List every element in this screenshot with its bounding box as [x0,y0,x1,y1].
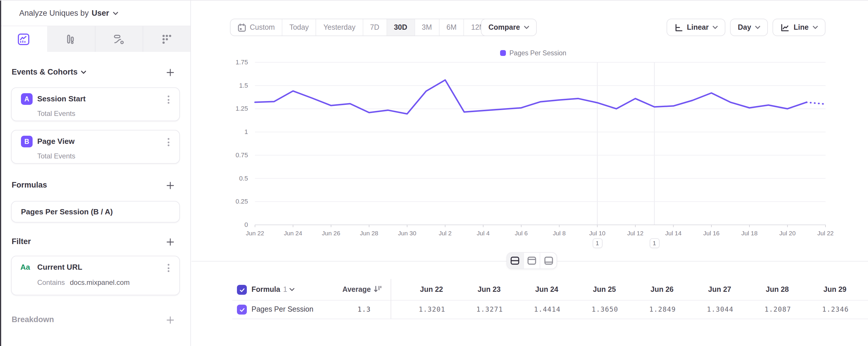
series-row-checkbox[interactable] [237,305,247,315]
tab-insights[interactable] [0,26,48,52]
series-average-value: 1.3 [308,305,371,313]
table-date-header[interactable]: Jun 26 [620,285,674,294]
event-measure[interactable]: Total Events [37,110,75,118]
events-cohorts-heading: Events & Cohorts [12,67,179,76]
formula-group-label: Formula [251,285,280,294]
annotation-marker[interactable]: 1 [649,238,659,248]
svg-text:1.5: 1.5 [239,82,248,89]
table-value-cell: 1.3044 [680,305,734,313]
svg-text:Jul 12: Jul 12 [627,230,644,236]
table-date-header[interactable]: Jun 29 [793,285,846,294]
table-date-header[interactable]: Jun 23 [447,285,501,294]
analyze-header[interactable]: Analyze Uniques by User [0,1,190,26]
filter-title: Filter [12,237,31,246]
svg-text:Jul 2: Jul 2 [439,230,452,236]
formula-card[interactable]: Pages Per Session (B / A) [11,201,180,223]
report-type-tabs [0,26,190,52]
svg-text:0: 0 [245,221,248,228]
formula-group-number: 1 [283,285,287,294]
event-title[interactable]: Page View [37,137,74,146]
kebab-menu-icon[interactable] [165,262,172,274]
table-date-header[interactable]: Jun 24 [505,285,558,294]
table-value-cell: 1.3201 [392,305,445,313]
table-date-header[interactable]: Jun 28 [735,285,789,294]
sort-icon[interactable] [374,285,382,293]
svg-text:Jul 20: Jul 20 [779,230,796,236]
svg-text:Jul 8: Jul 8 [553,230,565,236]
svg-text:Jul 18: Jul 18 [741,230,758,236]
add-event-button[interactable] [166,69,174,76]
line-chart-tab-icon [18,33,30,45]
formula-group-checkbox[interactable] [237,285,247,295]
tab-funnels[interactable] [48,26,95,52]
svg-text:1: 1 [245,128,248,136]
flows-tab-icon [113,33,125,45]
svg-text:Jul 4: Jul 4 [477,230,490,236]
event-measure[interactable]: Total Events [37,152,75,160]
table-row-divider [232,319,868,319]
svg-text:Jun 24: Jun 24 [284,230,302,236]
layout-split-view-button[interactable] [507,253,523,268]
tab-retention[interactable] [143,26,191,52]
table-value-cell: 1.3650 [565,305,618,313]
chevron-down-icon[interactable] [81,70,87,74]
series-row-label[interactable]: Pages Per Session [251,305,313,313]
breakdown-title: Breakdown [12,315,54,324]
svg-text:Jun 22: Jun 22 [246,230,264,236]
table-header-divider [232,300,868,300]
svg-text:Jul 22: Jul 22 [817,230,834,236]
filter-value[interactable]: docs.mixpanel.com [70,279,129,287]
table-value-cell: 1.4414 [507,305,561,313]
pages-per-session-line-chart[interactable]: 00.250.50.7511.251.51.75Jun 22Jun 24Jun … [191,1,868,261]
event-card-page-view[interactable]: B Page View Total Events [11,130,180,164]
svg-text:Jun 26: Jun 26 [322,230,340,236]
event-badge: B [21,136,33,147]
svg-text:Jul 16: Jul 16 [703,230,719,236]
layout-table-only-button[interactable] [540,253,557,268]
query-builder-sidebar: Analyze Uniques by User [0,1,191,346]
svg-text:1.75: 1.75 [236,59,248,66]
retention-dots-tab-icon [161,33,173,45]
events-cohorts-title: Events & Cohorts [12,67,78,76]
add-breakdown-button[interactable] [166,316,174,324]
table-value-cell: 1.3271 [450,305,503,313]
average-column-header[interactable]: Average [308,285,371,294]
table-value-cell: 1.2346 [795,305,849,313]
add-formula-button[interactable] [166,182,174,189]
filter-operator[interactable]: Contains [37,279,65,287]
chevron-down-icon [290,288,295,291]
event-badge: A [21,93,33,105]
annotation-marker[interactable]: 1 [592,238,602,248]
formula-expression[interactable]: Pages Per Session (B / A) [21,207,113,216]
kebab-menu-icon[interactable] [165,94,172,106]
svg-text:0.5: 0.5 [239,175,248,182]
event-title[interactable]: Session Start [37,94,86,103]
table-date-header[interactable]: Jun 22 [390,285,443,294]
analyze-label: Analyze Uniques by [19,9,89,18]
formula-group-header[interactable]: Formula 1 [251,285,295,294]
string-property-icon: Aa [20,263,30,271]
window-left-edge [0,1,1,346]
event-card-session-start[interactable]: A Session Start Total Events [11,87,180,121]
table-date-header[interactable]: Jun 27 [678,285,731,294]
add-filter-button[interactable] [166,238,174,246]
layout-chart-only-button[interactable] [523,253,540,268]
filter-property[interactable]: Current URL [37,263,82,271]
table-column-divider [391,279,391,319]
table-value-cell: 1.2087 [738,305,791,313]
chevron-down-icon [113,11,119,15]
layout-toggle [506,252,557,269]
filter-heading: Filter [12,237,179,246]
tab-flows[interactable] [95,26,143,52]
table-date-header[interactable]: Jun 25 [562,285,616,294]
report-main-area: CustomTodayYesterday7D30D3M6M12M Compare… [191,1,868,346]
svg-text:Jul 14: Jul 14 [665,230,681,236]
kebab-menu-icon[interactable] [165,136,172,148]
table-value-cell: 1.2849 [622,305,676,313]
analyze-value[interactable]: User [92,9,109,18]
svg-text:Jun 30: Jun 30 [398,230,416,236]
svg-text:0.75: 0.75 [236,151,248,159]
svg-text:1.25: 1.25 [236,105,248,112]
filter-card-current-url[interactable]: Aa Current URL Contains docs.mixpanel.co… [11,256,180,295]
formulas-heading: Formulas [12,180,179,189]
